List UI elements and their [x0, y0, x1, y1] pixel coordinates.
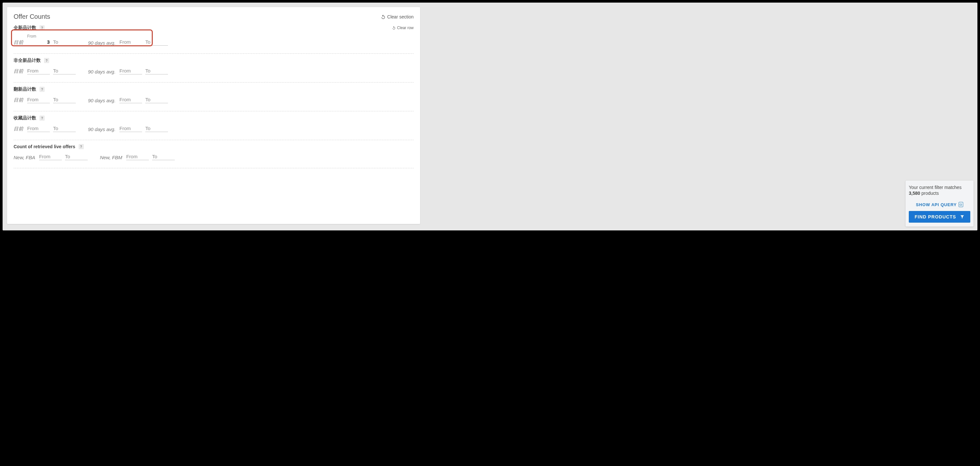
collectible-current-from-input[interactable] [27, 124, 50, 132]
non-new-current-from-input[interactable] [27, 67, 50, 75]
group-label-new-fba: New, FBA [14, 155, 35, 160]
non-new-90d-from-input[interactable] [119, 67, 142, 75]
non-new-90d-to-input[interactable] [145, 67, 168, 75]
help-icon[interactable]: ? [40, 87, 45, 92]
refurb-90d-from-input[interactable] [119, 95, 142, 103]
row-refurb-count: 翻新品计数 ? 目前 90 days avg. [14, 83, 414, 108]
help-icon[interactable]: ? [44, 58, 49, 63]
find-products-button[interactable]: FIND PRODUCTS [909, 211, 970, 223]
undo-icon [380, 14, 386, 19]
non-new-current-to-input[interactable] [53, 67, 76, 75]
group-label-90d: 90 days avg. [88, 69, 116, 75]
new-count-90d-from-input[interactable] [119, 38, 142, 46]
group-label-current: 目前 [14, 40, 23, 46]
group-label-90d: 90 days avg. [88, 40, 116, 46]
refurb-current-to-input[interactable] [53, 95, 76, 103]
collectible-current-to-input[interactable] [53, 124, 76, 132]
clear-row-label: Clear row [397, 25, 414, 30]
new-count-current-from-input[interactable] [27, 38, 50, 46]
row-collectible-count: 收藏品计数 ? 目前 90 days avg. [14, 111, 414, 137]
refurb-90d-to-input[interactable] [145, 95, 168, 103]
row-new-count: 全新品计数 ? Clear row 目前 From 90 days avg. [14, 21, 414, 50]
help-icon[interactable]: ? [40, 25, 45, 30]
row-live-offers-label: Count of retrieved live offers [14, 144, 75, 149]
help-icon[interactable]: ? [79, 144, 84, 149]
row-collectible-count-label: 收藏品计数 [14, 115, 36, 121]
live-fbm-from-input[interactable] [126, 153, 149, 160]
group-label-new-fbm: New, FBM [100, 155, 123, 160]
group-label-current: 目前 [14, 97, 23, 103]
help-icon[interactable]: ? [40, 116, 45, 121]
filter-icon [960, 215, 964, 219]
filter-match-text: Your current filter matches 3,580 produc… [909, 184, 970, 196]
row-non-new-count-label: 非全新品计数 [14, 57, 41, 64]
row-new-count-label: 全新品计数 [14, 25, 36, 31]
show-api-query-label: SHOW API QUERY [916, 202, 957, 207]
group-label-current: 目前 [14, 68, 23, 75]
section-header: Offer Counts Clear section [14, 11, 414, 21]
group-label-90d: 90 days avg. [88, 127, 116, 132]
show-api-query-button[interactable]: SHOW API QUERY [909, 200, 970, 211]
results-panel: Your current filter matches 3,580 produc… [905, 181, 974, 226]
new-count-90d-to-input[interactable] [145, 38, 168, 46]
group-label-current: 目前 [14, 126, 23, 132]
collectible-90d-to-input[interactable] [145, 124, 168, 132]
live-fba-from-input[interactable] [39, 153, 62, 160]
offer-counts-card: Offer Counts Clear section 全新品计数 ? Clear… [7, 7, 420, 224]
live-fba-to-input[interactable] [65, 153, 88, 160]
row-live-offers: Count of retrieved live offers ? New, FB… [14, 140, 414, 165]
refurb-current-from-input[interactable] [27, 95, 50, 103]
new-count-current-to-input[interactable] [53, 38, 76, 46]
find-products-label: FIND PRODUCTS [915, 214, 956, 219]
clear-section-button[interactable]: Clear section [380, 14, 414, 19]
live-fbm-to-input[interactable] [152, 153, 175, 160]
clear-section-label: Clear section [387, 14, 414, 19]
match-count: 3,580 [909, 191, 920, 196]
clear-row-button[interactable]: Clear row [392, 25, 414, 30]
section-title: Offer Counts [14, 13, 50, 21]
row-refurb-count-label: 翻新品计数 [14, 86, 36, 92]
group-label-90d: 90 days avg. [88, 98, 116, 103]
undo-icon [392, 26, 396, 30]
collectible-90d-from-input[interactable] [119, 124, 142, 132]
row-non-new-count: 非全新品计数 ? 目前 90 days avg. [14, 54, 414, 79]
json-file-icon [959, 202, 963, 207]
